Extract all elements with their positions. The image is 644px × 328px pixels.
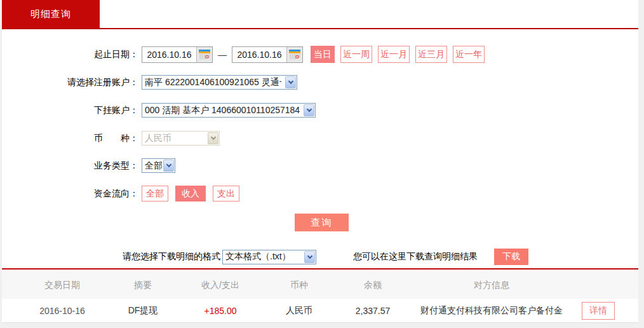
download-button-label: 下载 bbox=[502, 251, 520, 263]
tab-bar: 明细查询 bbox=[2, 0, 638, 29]
fund-flow-income-button[interactable]: 收入 bbox=[175, 186, 206, 202]
business-type-select[interactable]: 全部 bbox=[142, 158, 175, 173]
date-from-input[interactable]: 2016.10.16 bbox=[142, 46, 213, 63]
download-format-value: 文本格式（.txt） bbox=[225, 251, 300, 263]
download-format-select[interactable]: 文本格式（.txt） bbox=[222, 250, 316, 264]
business-type-label: 业务类型： bbox=[2, 160, 138, 172]
chevron-down-icon bbox=[285, 76, 296, 88]
cell-actions: 详情 bbox=[558, 302, 638, 320]
chevron-down-icon bbox=[208, 132, 218, 144]
download-button[interactable]: 下载 bbox=[494, 249, 528, 265]
registered-account-row: 请选择注册账户： 南平 6222001406100921065 灵通卡 bbox=[2, 75, 297, 90]
currency-row: 币 种： 人民币 bbox=[2, 131, 220, 146]
query-button-label: 查询 bbox=[311, 217, 333, 229]
fund-flow-row: 资金流向： 全部 收入 支出 bbox=[2, 186, 239, 202]
date-separator: — bbox=[218, 50, 227, 60]
cell-summary: DF提现 bbox=[123, 305, 163, 317]
quick-range-label: 近一年 bbox=[455, 49, 482, 60]
fund-flow-option-label: 收入 bbox=[182, 188, 199, 200]
calendar-from-button[interactable] bbox=[196, 47, 212, 62]
quick-range-week-button[interactable]: 近一周 bbox=[340, 46, 372, 63]
query-button[interactable]: 查询 bbox=[295, 214, 349, 231]
header-summary: 摘要 bbox=[123, 280, 163, 291]
quick-range-year-button[interactable]: 近一年 bbox=[453, 46, 485, 63]
sub-account-value: 000 活期 基本户 1406600101102571848 bbox=[145, 105, 300, 116]
sub-account-row: 下挂账户： 000 活期 基本户 1406600101102571848 bbox=[2, 103, 316, 118]
detail-button-label: 详情 bbox=[589, 305, 607, 317]
cell-currency: 人民币 bbox=[278, 305, 321, 317]
fund-flow-label: 资金流向： bbox=[2, 188, 138, 200]
cell-counterparty: 财付通支付科技有限公司客户备付金 bbox=[425, 305, 558, 317]
sub-account-select[interactable]: 000 活期 基本户 1406600101102571848 bbox=[142, 103, 316, 118]
quick-range-today-button[interactable]: 当日 bbox=[311, 46, 335, 63]
header-balance: 余额 bbox=[321, 280, 425, 291]
quick-range-quarter-button[interactable]: 近三月 bbox=[415, 46, 447, 63]
date-range-label: 起止日期： bbox=[2, 49, 138, 60]
header-currency: 币种 bbox=[278, 280, 321, 291]
quick-range-label: 当日 bbox=[314, 49, 332, 60]
tab-detail-query[interactable]: 明细查询 bbox=[2, 0, 100, 28]
quick-range-label: 近一周 bbox=[343, 49, 370, 60]
results-table: 交易日期 摘要 收入/支出 币种 余额 对方信息 2016-10-16 DF提现… bbox=[2, 271, 638, 323]
content-panel: 明细查询 起止日期： 2016.10.16 — bbox=[2, 0, 638, 323]
calendar-icon bbox=[199, 50, 210, 59]
business-type-row: 业务类型： 全部 bbox=[2, 158, 175, 173]
registered-account-value: 南平 6222001406100921065 灵通卡 bbox=[145, 77, 281, 88]
header-trade-date: 交易日期 bbox=[2, 280, 123, 291]
table-header-row: 交易日期 摘要 收入/支出 币种 余额 对方信息 bbox=[2, 271, 638, 299]
registered-account-label: 请选择注册账户： bbox=[2, 77, 138, 88]
chevron-down-icon bbox=[304, 251, 315, 263]
currency-select: 人民币 bbox=[142, 131, 220, 146]
cell-amount: +185.00 bbox=[163, 306, 278, 316]
currency-label: 币 种： bbox=[2, 133, 138, 144]
table-top-divider bbox=[2, 268, 638, 270]
sub-account-label: 下挂账户： bbox=[2, 105, 138, 116]
fund-flow-expense-button[interactable]: 支出 bbox=[213, 186, 239, 202]
calendar-icon bbox=[289, 50, 300, 59]
date-to-value: 2016.10.16 bbox=[232, 47, 286, 62]
header-income-expense: 收入/支出 bbox=[163, 280, 278, 291]
calendar-to-button[interactable] bbox=[286, 47, 302, 62]
registered-account-select[interactable]: 南平 6222001406100921065 灵通卡 bbox=[142, 75, 297, 90]
tab-label: 明细查询 bbox=[30, 8, 71, 20]
fund-flow-option-label: 全部 bbox=[146, 188, 164, 200]
cell-trade-date: 2016-10-16 bbox=[2, 306, 123, 316]
fund-flow-option-label: 支出 bbox=[217, 188, 235, 200]
business-type-value: 全部 bbox=[145, 160, 162, 172]
download-row: 请您选择下载明细的格式 文本格式（.txt） 您可以在这里下载查询明细结果 下载 bbox=[2, 249, 638, 265]
cell-balance: 2,337.57 bbox=[321, 306, 425, 316]
tab-underline bbox=[2, 28, 638, 29]
quick-range-month-button[interactable]: 近一月 bbox=[378, 46, 410, 63]
chevron-down-icon bbox=[304, 104, 314, 116]
download-format-label: 请您选择下载明细的格式 bbox=[123, 251, 220, 263]
quick-range-label: 近一月 bbox=[380, 49, 407, 60]
detail-button[interactable]: 详情 bbox=[582, 302, 615, 320]
date-from-value: 2016.10.16 bbox=[142, 47, 196, 62]
currency-value: 人民币 bbox=[145, 133, 204, 144]
date-to-input[interactable]: 2016.10.16 bbox=[232, 46, 303, 63]
header-counterparty: 对方信息 bbox=[425, 280, 558, 291]
fund-flow-all-button[interactable]: 全部 bbox=[142, 186, 168, 202]
download-hint-label: 您可以在这里下载查询明细结果 bbox=[353, 251, 478, 263]
date-range-row: 起止日期： 2016.10.16 — 2016.10.16 bbox=[2, 46, 485, 63]
quick-range-label: 近三月 bbox=[418, 49, 445, 60]
chevron-down-icon bbox=[163, 160, 174, 172]
table-row: 2016-10-16 DF提现 +185.00 人民币 2,337.57 财付通… bbox=[2, 299, 638, 323]
